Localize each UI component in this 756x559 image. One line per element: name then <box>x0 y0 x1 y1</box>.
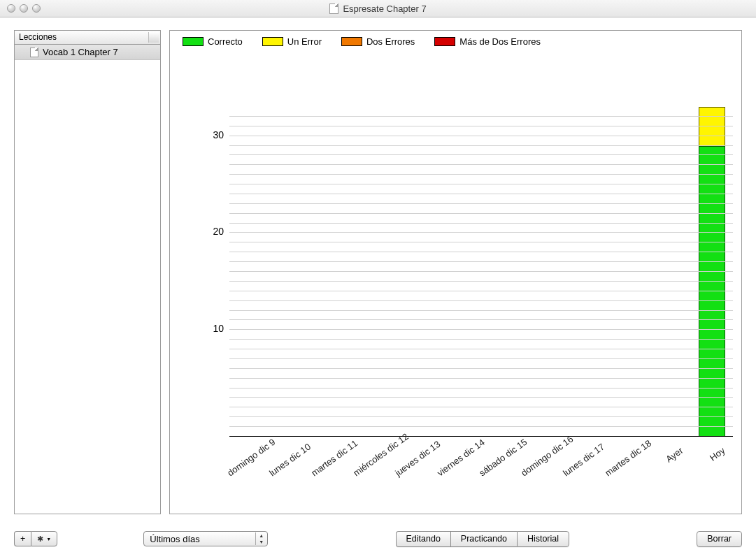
legend-item: Más de Dos Errores <box>434 36 541 47</box>
window-title: Espresate Chapter 7 <box>0 3 756 14</box>
range-popup[interactable]: Últimos días ▲▼ <box>143 531 268 546</box>
sidebar-header-label: Lecciones <box>19 32 57 42</box>
titlebar: Espresate Chapter 7 <box>0 0 756 17</box>
chart-legend: CorrectoUn ErrorDos ErroresMás de Dos Er… <box>170 31 741 51</box>
y-tick: 10 <box>213 323 224 334</box>
legend-label: Dos Errores <box>366 36 415 47</box>
x-category-label: domingo dic 16 <box>519 445 559 478</box>
window-title-text: Espresate Chapter 7 <box>343 3 426 14</box>
clear-button[interactable]: Borrar <box>697 531 742 547</box>
x-category-label: miércoles dic 12 <box>351 445 391 478</box>
x-category-label: lunes dic 17 <box>561 445 601 478</box>
legend-item: Correcto <box>183 36 243 47</box>
sidebar: Lecciones Vocab 1 Chapter 7 <box>14 30 161 514</box>
x-category-label: domingo dic 9 <box>225 445 265 478</box>
action-menu-button[interactable] <box>31 531 57 546</box>
legend-swatch <box>183 37 204 46</box>
stepper-icon: ▲▼ <box>255 532 266 545</box>
legend-label: Más de Dos Errores <box>459 36 541 47</box>
x-category-label: martes dic 11 <box>309 445 349 478</box>
legend-item: Un Error <box>262 36 322 47</box>
x-category-label: Hoy <box>687 445 727 478</box>
bottom-toolbar: + Últimos días ▲▼ Editando Practicando H… <box>14 528 742 549</box>
legend-swatch <box>434 37 455 46</box>
y-tick: 30 <box>213 129 224 140</box>
range-popup-value: Últimos días <box>150 534 200 544</box>
sidebar-item-lesson[interactable]: Vocab 1 Chapter 7 <box>15 45 160 60</box>
document-icon <box>329 3 338 14</box>
window-body: Lecciones Vocab 1 Chapter 7 CorrectoUn E… <box>0 17 756 559</box>
x-category-label: viernes dic 14 <box>435 445 475 478</box>
x-category-label: sábado dic 15 <box>477 445 517 478</box>
chart-area: 102030domingo dic 9lunes dic 10martes di… <box>170 51 741 514</box>
sidebar-item-label: Vocab 1 Chapter 7 <box>43 47 118 57</box>
x-category-label: martes dic 18 <box>603 445 643 478</box>
add-button[interactable]: + <box>14 531 31 546</box>
window: Espresate Chapter 7 Lecciones Vocab 1 Ch… <box>0 0 756 559</box>
tab-practicing[interactable]: Practicando <box>450 531 517 547</box>
legend-swatch <box>262 37 283 46</box>
legend-item: Dos Errores <box>341 36 415 47</box>
chart-panel: CorrectoUn ErrorDos ErroresMás de Dos Er… <box>169 30 742 514</box>
tab-editing[interactable]: Editando <box>396 531 450 547</box>
mode-segmented-control: Editando Practicando Historial <box>396 531 570 547</box>
x-category-label: lunes dic 10 <box>267 445 307 478</box>
document-icon <box>30 48 38 57</box>
sidebar-action-group: + <box>14 531 57 546</box>
sidebar-header[interactable]: Lecciones <box>14 30 161 44</box>
bar-segment <box>699 107 725 146</box>
legend-swatch <box>341 37 362 46</box>
x-category-label: Ayer <box>645 445 685 478</box>
y-tick: 20 <box>213 226 224 237</box>
tab-history[interactable]: Historial <box>517 531 569 547</box>
legend-label: Correcto <box>208 36 243 47</box>
sidebar-list[interactable]: Vocab 1 Chapter 7 <box>14 44 161 514</box>
bar-segment <box>699 146 725 437</box>
x-category-label: jueves dic 13 <box>393 445 433 478</box>
chart-plot: 102030domingo dic 9lunes dic 10martes di… <box>229 107 733 437</box>
legend-label: Un Error <box>287 36 322 47</box>
